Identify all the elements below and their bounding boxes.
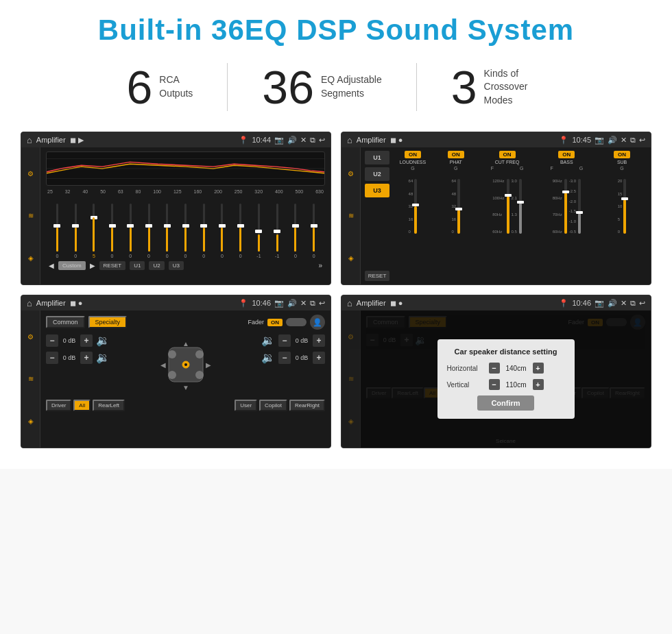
speaker-distance-dialog: Car speaker distance setting Horizontal … (437, 339, 575, 419)
u1-btn[interactable]: U1 (130, 261, 145, 270)
eq-slider-6[interactable]: 0 (141, 204, 158, 258)
stat-eq-text: EQ Adjustable Segments (321, 73, 382, 100)
screen-crossover: ⌂ Amplifier ◼ ● 📍 10:45 📷 🔊 ✕ ⧉ ↩ ⚙ ≋ (341, 132, 651, 285)
screen2-topbar: ⌂ Amplifier ◼ ● 📍 10:45 📷 🔊 ✕ ⧉ ↩ (341, 132, 651, 147)
screen4-app-title: Amplifier (357, 299, 386, 307)
fr-plus-btn[interactable]: + (313, 334, 325, 347)
eq-slider-9[interactable]: 0 (195, 204, 213, 258)
home4-icon[interactable]: ⌂ (347, 298, 352, 308)
screen1-sidebar: ⚙ ≋ ◈ (21, 147, 40, 284)
eq2-icon[interactable]: ⚙ (348, 170, 354, 178)
common-tab[interactable]: Common (46, 316, 85, 328)
fader-user-btn[interactable]: 👤 (310, 315, 325, 330)
fader-content: − 0 dB + 🔉 − 0 dB + 🔉 (46, 334, 325, 395)
fl-minus-btn[interactable]: − (46, 334, 58, 347)
specialty-tab[interactable]: Specialty (88, 316, 128, 328)
u3-btn[interactable]: U3 (169, 261, 184, 270)
back3-icon[interactable]: ↩ (319, 299, 325, 308)
rearleft-zone-btn[interactable]: RearLeft (93, 400, 125, 411)
speaker2-ctrl-icon[interactable]: ◈ (348, 254, 354, 262)
screen4-body: ⚙ ≋ ◈ Common Specialty Fader ON (341, 310, 651, 448)
vertical-minus-btn[interactable]: − (489, 379, 500, 390)
wave-icon[interactable]: ≋ (28, 212, 34, 219)
close4-icon[interactable]: ✕ (621, 299, 627, 308)
user-zone-btn[interactable]: User (235, 400, 257, 411)
channel-loudness: ON LOUDNESS G 64 48 32 16 (392, 151, 433, 281)
fr-minus-btn[interactable]: − (278, 334, 291, 347)
horizontal-minus-btn[interactable]: − (489, 363, 500, 374)
fader-right-controls: 🔉 − 0 dB + 🔉 − 0 dB + (261, 334, 325, 364)
screen3-topbar: ⌂ Amplifier ◼ ● 📍 10:46 📷 🔊 ✕ ⧉ ↩ (21, 295, 331, 310)
u2-btn[interactable]: U2 (149, 261, 164, 270)
screens-grid: ⌂ Amplifier ◼ ▶ 📍 10:44 📷 🔊 ✕ ⧉ ↩ ⚙ ≋ (21, 132, 651, 448)
horizontal-plus-btn[interactable]: + (533, 363, 544, 374)
rl-plus-btn[interactable]: + (80, 352, 93, 364)
home3-icon[interactable]: ⌂ (27, 298, 32, 308)
confirm-button[interactable]: Confirm (477, 395, 533, 411)
speaker4-ctrl-icon: ◈ (348, 417, 354, 425)
rearright-zone-btn[interactable]: RearRight (289, 400, 325, 411)
back4-icon[interactable]: ↩ (639, 299, 645, 308)
u2-tab[interactable]: U2 (365, 167, 389, 181)
home-icon[interactable]: ⌂ (27, 135, 32, 145)
play-back-btn[interactable]: ◀ (49, 262, 54, 269)
stat-eq-number: 36 (262, 64, 314, 110)
custom-btn[interactable]: Custom (58, 261, 86, 270)
all-zone-btn[interactable]: All (73, 400, 91, 411)
close-icon[interactable]: ✕ (300, 136, 307, 145)
screen-fader: ⌂ Amplifier ◼ ● 📍 10:46 📷 🔊 ✕ ⧉ ↩ ⚙ ≋ (21, 295, 331, 448)
screen2-main: U1 U2 U3 RESET ON LOUDNESS G (361, 147, 651, 284)
reset-btn[interactable]: RESET (99, 261, 126, 270)
eq-slider-13[interactable]: -1 (269, 204, 286, 258)
eq-icon[interactable]: ⚙ (27, 170, 34, 178)
eq-slider-4[interactable]: 0 (104, 204, 121, 258)
vertical-plus-btn[interactable]: + (533, 379, 544, 390)
fl-plus-btn[interactable]: + (80, 334, 93, 347)
back-icon[interactable]: ↩ (319, 136, 325, 145)
eq-slider-14[interactable]: 0 (287, 204, 304, 258)
eq-slider-10[interactable]: 0 (214, 204, 231, 258)
fader-toggle[interactable] (286, 318, 307, 326)
rec2-icon: ◼ ● (390, 136, 403, 145)
expand-icon[interactable]: » (318, 262, 322, 269)
svg-text:▶: ▶ (206, 361, 211, 369)
speaker3-ctrl-icon[interactable]: ◈ (28, 417, 34, 425)
camera-icon: 📷 (274, 136, 284, 145)
eq-slider-12[interactable]: -1 (250, 204, 267, 258)
eq-slider-3[interactable]: 5 (85, 204, 102, 258)
fader-zones: Driver All RearLeft User Copilot RearRig… (46, 400, 325, 411)
crossover-reset-btn[interactable]: RESET (365, 271, 389, 281)
eq-slider-11[interactable]: 0 (232, 204, 249, 258)
eq-slider-15[interactable]: 0 (305, 204, 322, 258)
eq-slider-2[interactable]: 0 (67, 204, 84, 258)
crossover-tabs: U1 U2 U3 RESET (365, 151, 389, 281)
screen2-sidebar: ⚙ ≋ ◈ (341, 147, 361, 284)
rr-plus-btn[interactable]: + (313, 352, 325, 364)
stat-rca-text: RCA Outputs (159, 73, 193, 100)
u1-tab[interactable]: U1 (365, 151, 389, 164)
eq-slider-5[interactable]: 0 (122, 204, 139, 258)
eq-chart (46, 151, 325, 186)
back2-icon[interactable]: ↩ (639, 136, 645, 145)
driver-zone-btn[interactable]: Driver (46, 400, 71, 411)
u3-tab[interactable]: U3 (365, 184, 389, 197)
rl-minus-btn[interactable]: − (46, 352, 58, 364)
play-fwd-btn[interactable]: ▶ (90, 262, 95, 269)
home2-icon[interactable]: ⌂ (347, 135, 352, 145)
camera3-icon: 📷 (274, 299, 284, 308)
screen1-time: 10:44 (252, 136, 271, 144)
rr-minus-btn[interactable]: − (278, 352, 291, 364)
wave3-icon[interactable]: ≋ (28, 375, 34, 382)
speaker-ctrl-icon[interactable]: ◈ (28, 254, 34, 262)
copilot-zone-btn[interactable]: Copilot (259, 400, 287, 411)
eq-slider-1[interactable]: 0 (49, 204, 66, 258)
screen1-body: ⚙ ≋ ◈ (21, 147, 331, 284)
location4-icon: 📍 (559, 299, 568, 308)
close3-icon[interactable]: ✕ (300, 299, 307, 308)
wave2-icon[interactable]: ≋ (348, 212, 354, 219)
fader-on-btn[interactable]: ON (267, 319, 283, 326)
eq-slider-7[interactable]: 0 (158, 204, 176, 258)
close2-icon[interactable]: ✕ (621, 136, 627, 145)
eq-slider-8[interactable]: 0 (177, 204, 194, 258)
eq3-icon[interactable]: ⚙ (27, 333, 34, 341)
